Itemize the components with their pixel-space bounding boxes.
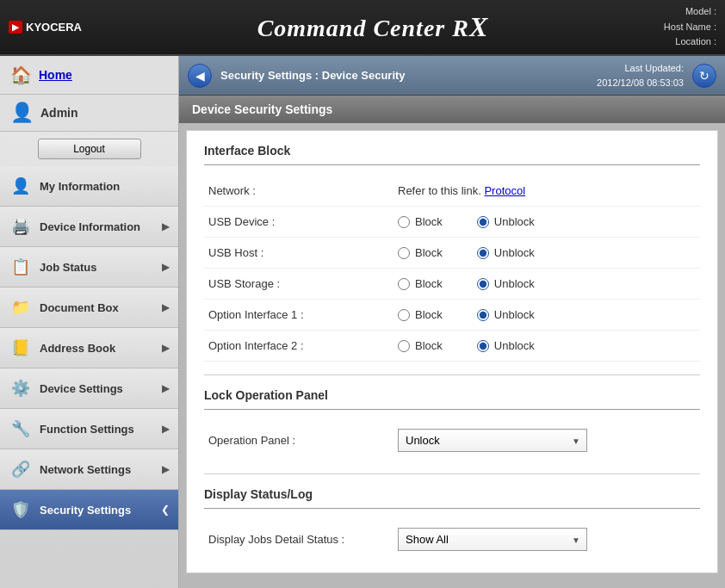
sidebar-item-device-information[interactable]: 🖨️Device Information▶ xyxy=(0,207,178,247)
option-interface-2-block-label: Block xyxy=(415,339,443,352)
usb-device-block-radio[interactable] xyxy=(398,216,410,228)
location-row: Location : xyxy=(664,34,716,50)
sidebar-item-function-settings[interactable]: 🔧Function Settings▶ xyxy=(0,409,178,449)
usb-device-unblock-radio[interactable] xyxy=(477,216,489,228)
refresh-button[interactable]: ↻ xyxy=(692,64,716,88)
my-information-icon: 👤 xyxy=(9,174,33,198)
address-book-icon: 📒 xyxy=(9,336,33,360)
usb-host-controls: Block Unblock xyxy=(398,246,535,259)
protocol-link[interactable]: Protocol xyxy=(484,184,525,197)
divider-2 xyxy=(204,473,700,474)
address-book-label: Address Book xyxy=(40,342,155,355)
sidebar-item-security-settings[interactable]: 🛡️Security Settings❮ xyxy=(0,490,178,530)
network-label: Network : xyxy=(208,184,398,197)
usb-device-unblock-label: Unblock xyxy=(494,215,535,228)
document-box-icon: 📁 xyxy=(9,295,33,319)
usb-host-label: USB Host : xyxy=(208,246,398,259)
sidebar-nav: 👤My Information🖨️Device Information▶📋Job… xyxy=(0,166,178,530)
app-title: Command Center RX xyxy=(82,11,664,43)
function-settings-icon: 🔧 xyxy=(9,417,33,441)
usb-host-block-option[interactable]: Block xyxy=(398,246,443,259)
security-settings-icon: 🛡️ xyxy=(9,498,33,522)
option-interface-1-unblock-option[interactable]: Unblock xyxy=(477,308,535,321)
usb-storage-unblock-radio[interactable] xyxy=(477,278,489,290)
usb-device-label: USB Device : xyxy=(208,215,398,228)
document-box-label: Document Box xyxy=(40,301,155,314)
usb-host-block-radio[interactable] xyxy=(398,247,410,259)
model-label: Model : xyxy=(685,6,716,16)
display-jobs-row: Display Jobs Detail Status : Show All Hi… xyxy=(204,519,700,560)
model-row: Model : xyxy=(664,4,716,20)
security-settings-arrow-icon: ❮ xyxy=(161,504,170,516)
device-information-label: Device Information xyxy=(40,220,155,233)
usb-host-row: USB Host : Block Unblock xyxy=(204,238,700,269)
sidebar-item-job-status[interactable]: 📋Job Status▶ xyxy=(0,247,178,288)
document-box-arrow-icon: ▶ xyxy=(162,301,170,313)
home-link[interactable]: Home xyxy=(39,68,72,82)
kyocera-logo: ▶ KYOCERA xyxy=(9,21,82,34)
usb-host-block-label: Block xyxy=(415,246,443,259)
option-interface-2-label: Option Interface 2 : xyxy=(208,339,398,352)
header: ▶ KYOCERA Command Center RX Model : Host… xyxy=(0,0,725,56)
operation-panel-select-wrapper: Unlock Lock xyxy=(398,429,587,452)
network-settings-icon: 🔗 xyxy=(9,457,33,481)
operation-panel-label: Operation Panel : xyxy=(208,434,398,447)
usb-device-block-label: Block xyxy=(415,215,443,228)
usb-host-unblock-radio[interactable] xyxy=(477,247,489,259)
sidebar-item-my-information[interactable]: 👤My Information xyxy=(0,166,178,207)
last-updated-value: 2012/12/08 08:53:03 xyxy=(597,76,684,90)
network-refer: Refer to this link. Protocol xyxy=(398,184,525,197)
usb-storage-block-option[interactable]: Block xyxy=(398,277,443,290)
brand-name: KYOCERA xyxy=(26,21,82,34)
layout: 🏠 Home 👤 Admin Logout 👤My Information🖨️D… xyxy=(0,56,725,588)
kyocera-icon: ▶ xyxy=(9,21,22,34)
option-interface-2-unblock-option[interactable]: Unblock xyxy=(477,339,535,352)
option-interface-1-unblock-radio[interactable] xyxy=(477,309,489,321)
last-updated-label: Last Updated: xyxy=(597,61,684,76)
option-interface-1-controls: Block Unblock xyxy=(398,308,535,321)
sidebar-home[interactable]: 🏠 Home xyxy=(0,56,178,95)
function-settings-arrow-icon: ▶ xyxy=(162,423,170,435)
address-book-arrow-icon: ▶ xyxy=(162,342,170,354)
interface-block-title: Interface Block xyxy=(204,144,700,165)
usb-device-block-option[interactable]: Block xyxy=(398,215,443,228)
device-settings-icon: ⚙️ xyxy=(9,376,33,400)
job-status-icon: 📋 xyxy=(9,255,33,279)
back-button[interactable]: ◀ xyxy=(188,64,212,88)
usb-storage-row: USB Storage : Block Unblock xyxy=(204,269,700,300)
option-interface-1-label: Option Interface 1 : xyxy=(208,308,398,321)
option-interface-2-block-radio[interactable] xyxy=(398,340,410,352)
sidebar-item-device-settings[interactable]: ⚙️Device Settings▶ xyxy=(0,368,178,409)
device-settings-arrow-icon: ▶ xyxy=(162,382,170,394)
content-area: Device Security Settings Interface Block… xyxy=(179,96,725,588)
hostname-label: Host Name : xyxy=(664,22,716,32)
operation-panel-row: Operation Panel : Unlock Lock xyxy=(204,420,700,461)
toolbar: ◀ Security Settings : Device Security La… xyxy=(179,56,725,96)
display-jobs-select[interactable]: Show All Hide All Show Print Jobs Only xyxy=(398,528,587,551)
display-jobs-select-wrapper: Show All Hide All Show Print Jobs Only xyxy=(398,528,587,551)
my-information-label: My Information xyxy=(40,180,170,193)
usb-storage-block-radio[interactable] xyxy=(398,278,410,290)
sidebar-item-network-settings[interactable]: 🔗Network Settings▶ xyxy=(0,449,178,490)
main-content: ◀ Security Settings : Device Security La… xyxy=(179,56,725,588)
option-interface-2-controls: Block Unblock xyxy=(398,339,535,352)
home-icon: 🏠 xyxy=(10,65,32,85)
operation-panel-select[interactable]: Unlock Lock xyxy=(398,429,587,452)
usb-storage-block-label: Block xyxy=(415,277,443,290)
logout-button[interactable]: Logout xyxy=(38,139,141,159)
sidebar-item-address-book[interactable]: 📒Address Book▶ xyxy=(0,328,178,368)
usb-device-unblock-option[interactable]: Unblock xyxy=(477,215,535,228)
option-interface-1-block-label: Block xyxy=(415,308,443,321)
usb-storage-label: USB Storage : xyxy=(208,277,398,290)
option-interface-2-unblock-radio[interactable] xyxy=(477,340,489,352)
sidebar: 🏠 Home 👤 Admin Logout 👤My Information🖨️D… xyxy=(0,56,179,588)
usb-host-unblock-option[interactable]: Unblock xyxy=(477,246,535,259)
option-interface-1-block-option[interactable]: Block xyxy=(398,308,443,321)
breadcrumb: Security Settings : Device Security xyxy=(220,69,588,82)
option-interface-2-block-option[interactable]: Block xyxy=(398,339,443,352)
network-refer-text: Refer to this link. xyxy=(398,184,484,197)
usb-storage-unblock-option[interactable]: Unblock xyxy=(477,277,535,290)
sidebar-item-document-box[interactable]: 📁Document Box▶ xyxy=(0,288,178,328)
option-interface-1-block-radio[interactable] xyxy=(398,309,410,321)
title-rx: X xyxy=(469,11,488,42)
